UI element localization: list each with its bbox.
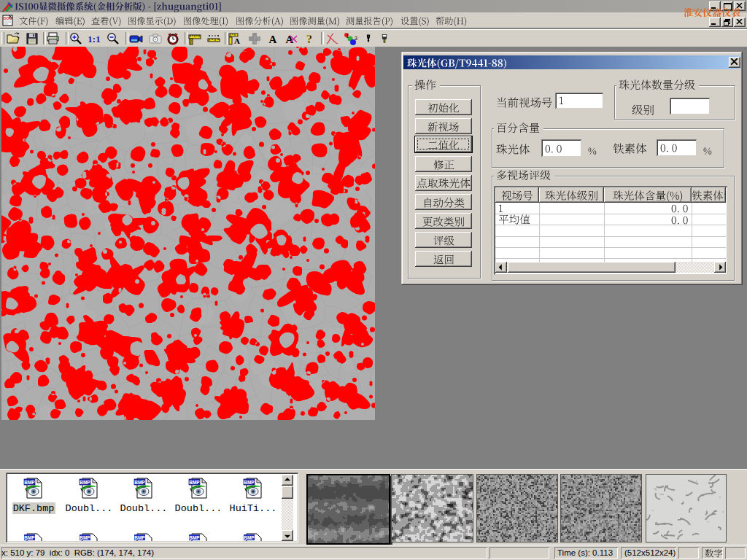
svg-text:BMP: BMP (189, 535, 200, 540)
svg-text:A: A (269, 34, 277, 45)
svg-text:DOC: DOC (4, 16, 12, 20)
svg-text:BMP: BMP (80, 535, 90, 540)
svg-text:1: 1 (346, 34, 349, 39)
svg-text:BMP: BMP (244, 535, 255, 540)
svg-text:BMP: BMP (134, 535, 145, 540)
svg-text:BMP: BMP (24, 535, 35, 540)
svg-text:1:1: 1:1 (88, 34, 100, 44)
svg-text:A: A (234, 36, 240, 45)
svg-text:3: 3 (355, 36, 357, 41)
svg-text:?: ? (306, 33, 312, 45)
